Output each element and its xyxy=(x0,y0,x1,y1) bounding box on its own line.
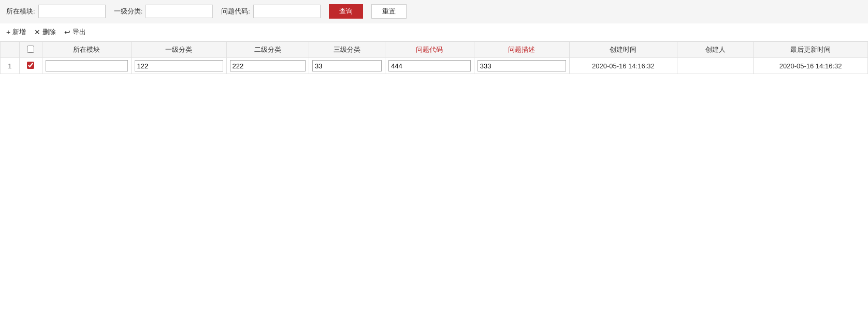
row-module-input[interactable] xyxy=(46,60,128,71)
row-cat1-input[interactable] xyxy=(135,60,223,71)
add-icon: + xyxy=(6,28,10,36)
row-code xyxy=(385,58,474,74)
row-cat2-input[interactable] xyxy=(230,60,306,71)
cat1-input[interactable] xyxy=(146,5,213,18)
header-cat2: 二级分类 xyxy=(226,42,309,58)
header-cat1: 一级分类 xyxy=(131,42,226,58)
header-cat3: 三级分类 xyxy=(309,42,385,58)
header-create-time: 创建时间 xyxy=(569,42,677,58)
cat1-field: 一级分类: xyxy=(114,5,213,18)
header-creator: 创建人 xyxy=(677,42,754,58)
header-row-num xyxy=(1,42,20,58)
module-field: 所在模块: xyxy=(6,5,106,18)
module-input[interactable] xyxy=(38,5,106,18)
export-icon: ↩ xyxy=(64,28,70,36)
table-wrapper: 所在模块 一级分类 二级分类 三级分类 问题代码 问题描述 创建时间 创建人 最… xyxy=(0,41,868,74)
add-button[interactable]: + 新增 xyxy=(6,27,26,37)
row-cat1 xyxy=(131,58,226,74)
export-button[interactable]: ↩ 导出 xyxy=(64,27,86,37)
row-desc-input[interactable] xyxy=(478,60,566,71)
add-label: 新增 xyxy=(12,27,26,37)
row-create-time: 2020-05-16 14:16:32 xyxy=(569,58,677,74)
code-input[interactable] xyxy=(253,5,321,18)
row-cat3-input[interactable] xyxy=(312,60,382,71)
row-cat3 xyxy=(309,58,385,74)
data-table: 所在模块 一级分类 二级分类 三级分类 问题代码 问题描述 创建时间 创建人 最… xyxy=(0,41,868,74)
export-label: 导出 xyxy=(73,27,86,37)
row-checkbox[interactable] xyxy=(27,62,34,69)
row-update-time: 2020-05-16 14:16:32 xyxy=(754,58,868,74)
query-button[interactable]: 查询 xyxy=(329,4,363,19)
search-bar: 所在模块: 一级分类: 问题代码: 查询 重置 xyxy=(0,0,868,23)
row-index: 1 xyxy=(1,58,20,74)
reset-button[interactable]: 重置 xyxy=(371,4,407,19)
header-update-time: 最后更新时间 xyxy=(754,42,868,58)
header-desc: 问题描述 xyxy=(474,42,569,58)
row-checkbox-cell xyxy=(19,58,42,74)
code-field: 问题代码: xyxy=(221,5,321,18)
delete-icon: ✕ xyxy=(34,28,40,36)
table-header-row: 所在模块 一级分类 二级分类 三级分类 问题代码 问题描述 创建时间 创建人 最… xyxy=(1,42,868,58)
toolbar: + 新增 ✕ 删除 ↩ 导出 xyxy=(0,23,868,41)
row-desc xyxy=(474,58,569,74)
module-label: 所在模块: xyxy=(6,7,35,16)
delete-button[interactable]: ✕ 删除 xyxy=(34,27,56,37)
select-all-checkbox[interactable] xyxy=(27,46,34,53)
row-module xyxy=(42,58,131,74)
header-code: 问题代码 xyxy=(385,42,474,58)
header-checkbox xyxy=(19,42,42,58)
row-creator xyxy=(677,58,754,74)
cat1-label: 一级分类: xyxy=(114,7,143,16)
header-module: 所在模块 xyxy=(42,42,131,58)
delete-label: 删除 xyxy=(42,27,56,37)
row-cat2 xyxy=(226,58,309,74)
table-row: 1 2020-05-16 14:16:32 xyxy=(1,58,868,74)
code-label: 问题代码: xyxy=(221,7,250,16)
row-code-input[interactable] xyxy=(388,60,471,71)
